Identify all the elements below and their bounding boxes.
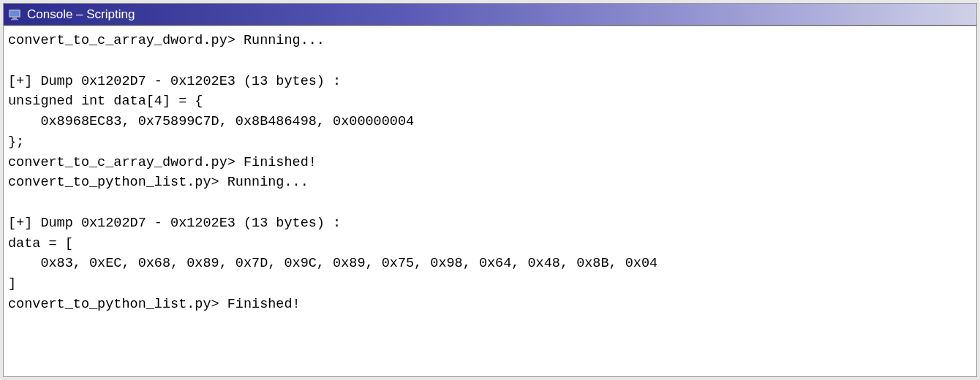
console-line: 0x8968EC83, 0x75899C7D, 0x8B486498, 0x00… — [8, 114, 414, 129]
console-line: data = [ — [8, 236, 73, 251]
svg-rect-3 — [11, 19, 18, 20]
console-line: 0x83, 0xEC, 0x68, 0x89, 0x7D, 0x9C, 0x89… — [8, 256, 657, 271]
window-title: Console – Scripting — [27, 7, 135, 22]
svg-rect-2 — [12, 18, 17, 19]
console-line: convert_to_python_list.py> Finished! — [8, 297, 301, 312]
console-line: [+] Dump 0x1202D7 - 0x1202E3 (13 bytes) … — [8, 74, 341, 89]
console-line: }; — [8, 134, 24, 150]
console-output[interactable]: convert_to_c_array_dword.py> Running... … — [4, 26, 976, 376]
console-panel: Console – Scripting convert_to_c_array_d… — [3, 3, 977, 377]
console-line: convert_to_c_array_dword.py> Running... — [8, 33, 325, 48]
console-line: ] — [8, 276, 16, 292]
monitor-icon — [8, 9, 21, 20]
console-line: unsigned int data[4] = { — [8, 94, 203, 109]
title-bar[interactable]: Console – Scripting — [4, 4, 976, 26]
console-line: convert_to_python_list.py> Running... — [8, 175, 309, 190]
console-line: convert_to_c_array_dword.py> Finished! — [8, 155, 317, 170]
svg-rect-1 — [10, 10, 20, 16]
console-line: [+] Dump 0x1202D7 - 0x1202E3 (13 bytes) … — [8, 216, 341, 231]
